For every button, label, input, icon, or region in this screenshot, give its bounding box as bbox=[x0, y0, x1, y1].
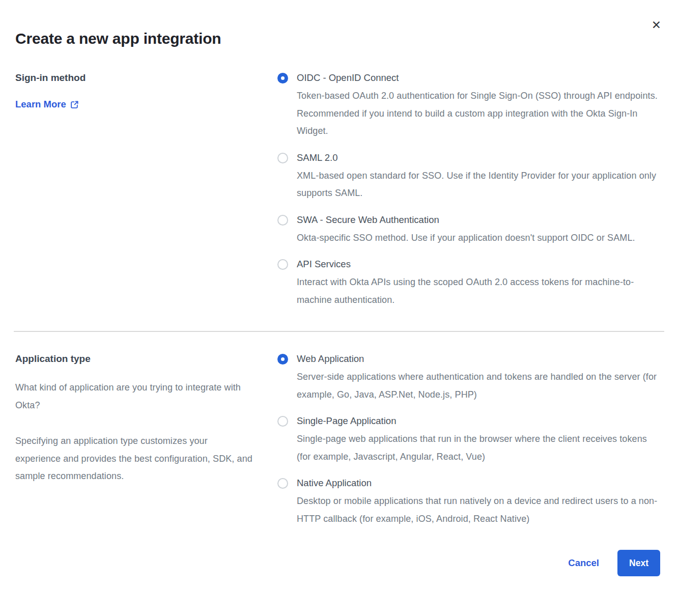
application-type-options: Web Application Server-side applications… bbox=[277, 352, 663, 527]
sign-in-method-section: Sign-in method Learn More OIDC - OpenID … bbox=[0, 71, 678, 331]
option-saml-label[interactable]: SAML 2.0 bbox=[297, 151, 663, 164]
option-native-application[interactable]: Native Application Desktop or mobile app… bbox=[277, 477, 663, 527]
option-web-application-label[interactable]: Web Application bbox=[297, 352, 663, 366]
application-type-question: What kind of application are you trying … bbox=[15, 379, 265, 414]
learn-more-label[interactable]: Learn More bbox=[15, 99, 66, 110]
option-oidc[interactable]: OIDC - OpenID Connect Token-based OAuth … bbox=[277, 71, 663, 140]
option-saml-description: XML-based open standard for SSO. Use if … bbox=[297, 167, 659, 202]
option-oidc-label[interactable]: OIDC - OpenID Connect bbox=[297, 71, 663, 85]
modal-footer: Cancel Next bbox=[0, 550, 678, 576]
close-icon[interactable]: ✕ bbox=[652, 19, 661, 31]
option-api-services-description: Interact with Okta APIs using the scoped… bbox=[297, 273, 659, 309]
radio-swa[interactable] bbox=[277, 215, 288, 226]
sign-in-method-options: OIDC - OpenID Connect Token-based OAuth … bbox=[277, 71, 663, 309]
option-oidc-description: Token-based OAuth 2.0 authentication for… bbox=[297, 87, 659, 140]
section-divider bbox=[14, 331, 664, 332]
radio-web-application[interactable] bbox=[277, 354, 288, 365]
option-single-page-application[interactable]: Single-Page Application Single-page web … bbox=[277, 414, 663, 465]
option-single-page-application-label[interactable]: Single-Page Application bbox=[297, 414, 663, 428]
sign-in-method-label: Sign-in method bbox=[15, 71, 267, 85]
learn-more-link[interactable]: Learn More bbox=[15, 99, 79, 110]
option-swa[interactable]: SWA - Secure Web Authentication Okta-spe… bbox=[277, 213, 663, 247]
option-web-application[interactable]: Web Application Server-side applications… bbox=[277, 352, 663, 403]
application-type-left-column: Application type What kind of applicatio… bbox=[15, 352, 277, 527]
radio-api-services[interactable] bbox=[277, 259, 288, 270]
option-single-page-application-description: Single-page web applications that run in… bbox=[297, 430, 659, 465]
radio-native-application[interactable] bbox=[277, 478, 288, 489]
option-swa-label[interactable]: SWA - Secure Web Authentication bbox=[297, 213, 663, 227]
option-api-services[interactable]: API Services Interact with Okta APIs usi… bbox=[277, 258, 663, 309]
radio-single-page-application[interactable] bbox=[277, 416, 288, 427]
radio-oidc[interactable] bbox=[277, 73, 288, 83]
option-native-application-description: Desktop or mobile applications that run … bbox=[297, 492, 659, 527]
page-title: Create a new app integration bbox=[0, 0, 678, 48]
application-type-label: Application type bbox=[15, 352, 267, 366]
create-app-integration-modal: ✕ Create a new app integration Sign-in m… bbox=[0, 0, 678, 616]
option-native-application-label[interactable]: Native Application bbox=[297, 477, 663, 490]
cancel-button[interactable]: Cancel bbox=[568, 557, 599, 569]
sign-in-method-left-column: Sign-in method Learn More bbox=[15, 71, 277, 309]
option-web-application-description: Server-side applications where authentic… bbox=[297, 368, 659, 403]
application-type-section: Application type What kind of applicatio… bbox=[0, 352, 678, 527]
option-saml[interactable]: SAML 2.0 XML-based open standard for SSO… bbox=[277, 151, 663, 202]
external-link-icon bbox=[70, 100, 79, 109]
radio-saml[interactable] bbox=[277, 153, 288, 163]
option-swa-description: Okta-specific SSO method. Use if your ap… bbox=[297, 229, 659, 247]
option-api-services-label[interactable]: API Services bbox=[297, 258, 663, 271]
application-type-note: Specifying an application type customize… bbox=[15, 432, 255, 485]
next-button[interactable]: Next bbox=[617, 550, 660, 576]
